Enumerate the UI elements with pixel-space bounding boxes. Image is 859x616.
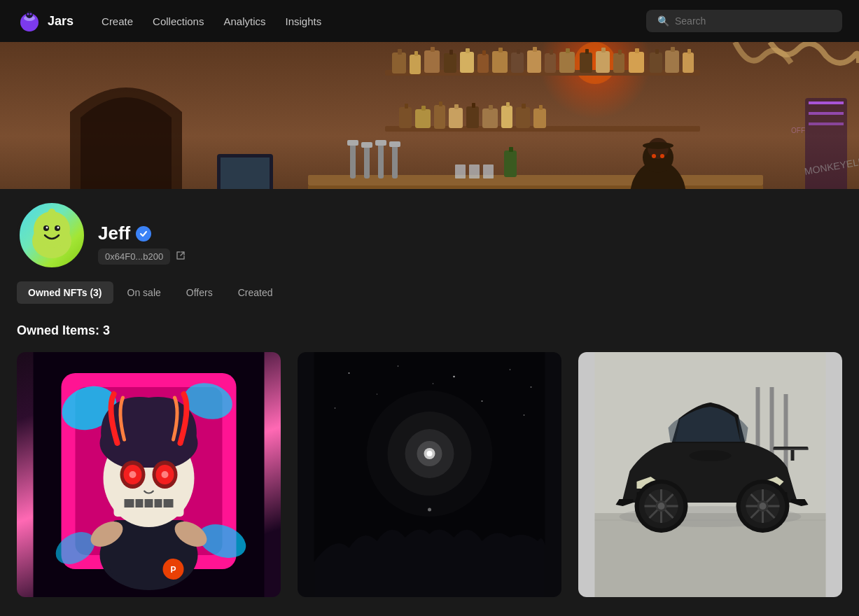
svg-rect-48 [399,107,412,128]
svg-rect-80 [509,147,513,152]
svg-point-123 [130,471,137,478]
verified-badge [136,226,151,241]
nft-grid: P [17,352,842,597]
svg-rect-72 [378,144,384,178]
svg-rect-65 [539,105,543,110]
nav-links: Create Collections Analytics Insights [102,15,321,27]
nav-collections[interactable]: Collections [153,15,204,27]
svg-rect-18 [444,53,456,73]
svg-text:P: P [170,565,176,575]
nav-insights[interactable]: Insights [285,15,321,27]
svg-point-86 [660,154,664,158]
search-container[interactable]: 🔍 [646,10,842,32]
svg-rect-16 [424,50,440,73]
svg-text:OFF: OFF [791,127,805,134]
search-icon: 🔍 [657,15,669,27]
svg-point-4 [30,13,32,15]
svg-point-142 [524,414,525,416]
tabs-section: Owned NFTs (3) On sale Offers Created [0,270,859,304]
svg-rect-68 [350,144,356,178]
svg-point-138 [335,407,336,409]
owned-items-title: Owned Items: 3 [17,323,842,338]
svg-rect-41 [635,48,639,53]
svg-rect-56 [466,106,479,128]
svg-point-134 [398,365,399,367]
svg-rect-37 [601,48,606,52]
svg-rect-49 [405,104,408,108]
tab-owned-nfts[interactable]: Owned NFTs (3) [17,281,113,304]
svg-rect-28 [527,50,541,73]
svg-rect-69 [347,140,358,146]
svg-rect-42 [650,52,662,73]
svg-rect-75 [389,141,400,147]
svg-rect-40 [629,52,644,73]
svg-point-157 [690,450,732,461]
svg-point-102 [46,227,48,229]
svg-rect-55 [454,104,459,109]
svg-rect-62 [516,107,530,128]
svg-point-103 [57,227,60,229]
svg-rect-24 [492,51,508,73]
svg-point-133 [349,372,350,374]
svg-rect-57 [472,103,475,108]
nft-skull-art: P [17,352,281,597]
svg-rect-90 [809,122,844,125]
svg-rect-125 [125,499,174,507]
svg-point-136 [510,369,511,370]
nft-car-art [578,352,842,597]
nft-card-2[interactable] [298,352,561,597]
external-link-icon[interactable] [176,251,186,262]
svg-rect-63 [522,104,526,108]
svg-point-137 [531,386,532,388]
svg-rect-70 [364,146,370,178]
svg-point-139 [377,393,377,394]
svg-rect-33 [566,48,570,53]
svg-rect-59 [489,105,493,110]
svg-rect-27 [517,49,520,54]
nft-card-1[interactable]: P [17,352,281,597]
svg-rect-34 [580,52,592,73]
svg-rect-64 [533,108,546,128]
checkmark-icon [139,230,148,238]
svg-point-140 [433,383,434,384]
svg-rect-78 [483,164,494,178]
svg-point-168 [658,503,665,510]
nav-create[interactable]: Create [102,15,133,27]
svg-rect-13 [398,49,402,55]
tabs: Owned NFTs (3) On sale Offers Created [17,281,842,304]
nft-moon-art [298,352,561,597]
svg-rect-74 [392,145,398,178]
svg-rect-79 [504,150,517,177]
svg-rect-71 [361,142,372,148]
profile-name-row: Jeff [98,223,186,244]
brand-logo-icon [17,8,42,34]
brand[interactable]: Jars [17,8,74,34]
svg-rect-73 [375,140,386,146]
svg-rect-66 [308,175,763,186]
search-input[interactable] [675,15,831,27]
svg-rect-46 [683,52,694,73]
nft-card-3[interactable] [578,352,842,597]
avatar-image [24,207,80,263]
svg-rect-21 [466,48,470,53]
svg-rect-88 [809,102,844,104]
svg-rect-22 [477,54,489,73]
profile-section: Jeff 0x64F0...b200 [0,189,859,270]
navbar: Jars Create Collections Analytics Insigh… [0,0,859,42]
nav-analytics[interactable]: Analytics [223,15,265,27]
svg-rect-60 [501,106,512,128]
svg-point-177 [760,503,767,510]
svg-point-84 [643,142,673,149]
svg-rect-31 [550,50,553,55]
svg-point-104 [48,209,56,220]
profile-name: Jeff [98,223,130,244]
svg-rect-45 [671,47,675,52]
tab-on-sale[interactable]: On sale [116,281,172,304]
svg-rect-15 [414,51,418,56]
tab-created[interactable]: Created [227,281,284,304]
svg-rect-17 [431,47,435,52]
main-content: Owned Items: 3 [0,304,859,616]
svg-rect-54 [449,108,463,128]
svg-point-141 [482,400,483,402]
tab-offers[interactable]: Offers [175,281,224,304]
